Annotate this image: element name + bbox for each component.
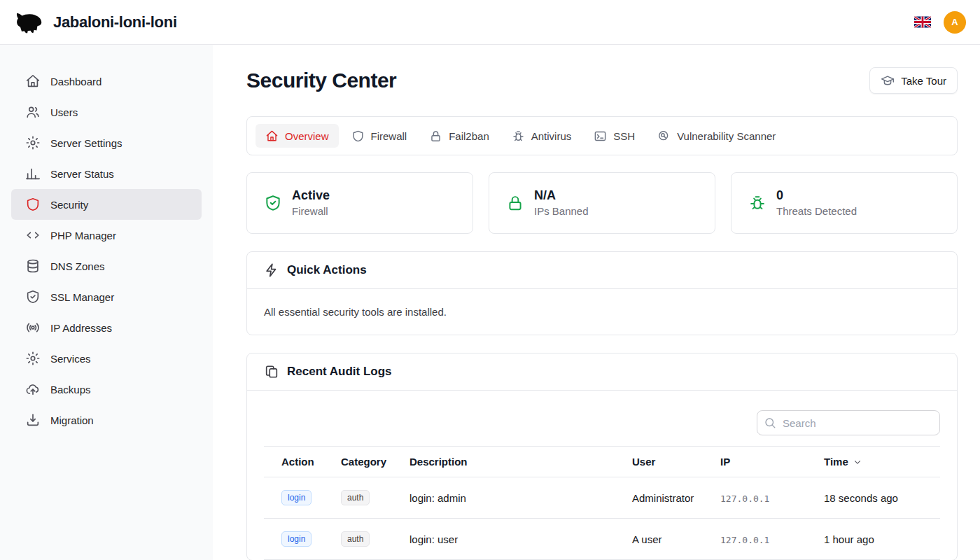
tab-firewall[interactable]: Firewall — [342, 124, 417, 148]
audit-logs-card: Recent Audit Logs Action — [246, 353, 958, 560]
sidebar-item-label: Services — [50, 353, 91, 365]
lock-icon — [429, 130, 442, 143]
table-row[interactable]: login auth login: admin Administrator 12… — [264, 477, 940, 519]
sidebar-item-label: PHP Manager — [50, 230, 116, 241]
search-icon — [764, 416, 776, 429]
sidebar-item-label: SSL Manager — [50, 291, 114, 303]
tab-antivirus[interactable]: Antivirus — [502, 124, 582, 148]
tab-label: Firewall — [371, 130, 407, 142]
quick-actions-title: Quick Actions — [287, 263, 367, 277]
brand[interactable]: Jabaloni-loni-loni — [14, 9, 177, 36]
language-flag-gb-icon[interactable] — [914, 16, 931, 28]
action-badge: login — [281, 490, 312, 505]
table-row[interactable]: login auth login: user A user 127.0.0.1 … — [264, 519, 940, 560]
quick-actions-card: Quick Actions All essential security too… — [246, 251, 958, 335]
scan-search-icon — [657, 130, 671, 143]
user-avatar[interactable]: A — [944, 11, 966, 34]
tab-overview[interactable]: Overview — [255, 124, 339, 148]
top-bar: Jabaloni-loni-loni A — [0, 0, 980, 45]
quick-actions-body: All essential security tools are install… — [247, 288, 957, 335]
sidebar-item-label: Dashboard — [50, 76, 102, 88]
chevron-down-icon — [853, 457, 862, 467]
column-header-time-label: Time — [824, 456, 848, 468]
tab-label: Fail2ban — [449, 130, 489, 142]
code-icon — [25, 227, 41, 243]
sidebar-item-security[interactable]: Security — [11, 189, 202, 220]
audit-logs-title: Recent Audit Logs — [287, 365, 392, 379]
column-header-ip: IP — [720, 447, 824, 477]
gear-icon — [25, 135, 41, 150]
tab-fail2ban[interactable]: Fail2ban — [419, 124, 499, 148]
bug-icon — [748, 194, 766, 212]
time-cell: 1 hour ago — [824, 519, 940, 560]
security-tabs: Overview Firewall Fail2ban Antivirus SSH… — [246, 116, 958, 155]
tab-ssh[interactable]: SSH — [584, 124, 645, 148]
sidebar-item-ip-addresses[interactable]: IP Addresses — [11, 312, 202, 343]
sidebar-item-label: Server Status — [50, 168, 114, 180]
shield-icon — [25, 197, 41, 212]
sort-by-time[interactable]: Time — [824, 456, 862, 468]
sidebar-item-server-settings[interactable]: Server Settings — [11, 127, 202, 158]
category-badge: auth — [341, 490, 370, 505]
sidebar-item-ssl-manager[interactable]: SSL Manager — [11, 281, 202, 312]
sidebar-item-dns-zones[interactable]: DNS Zones — [11, 251, 202, 281]
lightning-icon — [264, 262, 279, 278]
description-cell: login: user — [410, 519, 632, 560]
tab-vulnerability-scanner[interactable]: Vulnerability Scanner — [648, 124, 785, 148]
take-tour-button[interactable]: Take Tour — [869, 67, 958, 94]
copy-icon — [264, 364, 279, 379]
shield-icon — [351, 130, 365, 143]
sidebar-item-services[interactable]: Services — [11, 343, 202, 374]
sidebar-item-label: Migration — [50, 414, 94, 426]
sidebar-item-users[interactable]: Users — [11, 97, 202, 127]
sidebar-item-php-manager[interactable]: PHP Manager — [11, 220, 202, 251]
user-cell: Administrator — [632, 477, 720, 519]
sidebar-item-server-status[interactable]: Server Status — [11, 158, 202, 189]
download-icon — [25, 412, 41, 428]
home-icon — [265, 130, 279, 143]
tab-label: Vulnerability Scanner — [677, 130, 776, 142]
audit-search-input[interactable] — [757, 410, 940, 435]
description-cell: login: admin — [410, 477, 632, 519]
stat-card-threats-detected: 0 Threats Detected — [731, 172, 958, 234]
gear-icon — [25, 351, 41, 366]
users-icon — [25, 104, 41, 120]
bar-chart-icon — [25, 166, 41, 181]
column-header-action: Action — [264, 447, 341, 477]
sidebar-item-label: Server Settings — [50, 137, 122, 149]
sidebar-item-label: Backups — [50, 384, 91, 396]
graduation-cap-icon — [881, 74, 895, 88]
page-title: Security Center — [246, 69, 396, 92]
stat-label: IPs Banned — [534, 204, 589, 219]
sidebar-item-label: IP Addresses — [50, 322, 112, 334]
column-header-user: User — [632, 447, 720, 477]
bull-logo-icon — [14, 9, 46, 36]
terminal-icon — [594, 130, 607, 143]
sidebar-item-migration[interactable]: Migration — [11, 405, 202, 435]
stat-value: 0 — [776, 187, 857, 204]
column-header-time: Time — [824, 447, 940, 477]
sidebar: Dashboard Users Server Settings Server S… — [0, 45, 213, 560]
audit-logs-table: Action Category Description User IP Time — [264, 446, 940, 560]
column-header-description: Description — [410, 447, 632, 477]
app-title: Jabaloni-loni-loni — [53, 13, 177, 31]
stat-card-firewall: Active Firewall — [246, 172, 473, 234]
cloud-upload-icon — [25, 382, 41, 397]
sidebar-item-label: DNS Zones — [50, 260, 105, 272]
main-content: Security Center Take Tour Overview Firew… — [213, 45, 980, 560]
sidebar-item-backups[interactable]: Backups — [11, 374, 202, 405]
ip-cell: 127.0.0.1 — [720, 535, 769, 545]
time-cell: 18 seconds ago — [824, 477, 940, 519]
shield-check-icon — [264, 194, 282, 212]
sidebar-item-dashboard[interactable]: Dashboard — [11, 66, 202, 97]
user-cell: A user — [632, 519, 720, 560]
column-header-category: Category — [341, 447, 410, 477]
stat-label: Firewall — [292, 204, 330, 219]
stat-label: Threats Detected — [776, 204, 857, 219]
shield-check-icon — [25, 289, 41, 304]
tab-label: Overview — [285, 130, 329, 142]
sidebar-item-label: Users — [50, 106, 78, 118]
sidebar-item-label: Security — [50, 199, 88, 211]
lock-icon — [506, 194, 524, 212]
stat-card-ips-banned: N/A IPs Banned — [489, 172, 715, 234]
